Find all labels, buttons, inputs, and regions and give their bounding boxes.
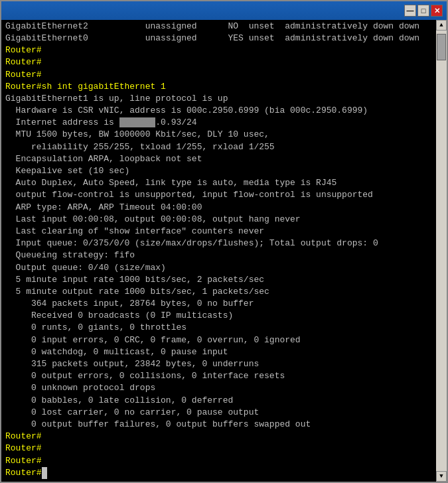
terminal-line: Queueing strategy: fifo [5,249,432,261]
scrollbar-track[interactable] [436,31,447,471]
terminal-line: 0 runts, 0 giants, 0 throttles [5,322,432,334]
terminal-line: Last clearing of "show interface" counte… [5,226,432,238]
terminal-line: ARP type: ARPA, ARP Timeout 04:00:00 [5,202,432,214]
scrollbar[interactable]: ▲ ▼ [436,20,447,482]
terminal-line: Router# [5,455,432,467]
terminal-line: 0 lost carrier, 0 no carrier, 0 pause ou… [5,407,432,419]
terminal-line: Output queue: 0/40 (size/max) [5,262,432,274]
terminal-line: output flow-control is unsupported, inpu… [5,189,432,201]
terminal-line: 0 watchdog, 0 multicast, 0 pause input [5,346,432,358]
terminal-line: Keepalive set (10 sec) [5,165,432,177]
titlebar-buttons: — □ ✕ [404,5,443,17]
terminal-line: GigabitEthernet2 unassigned NO unset adm… [5,21,432,33]
terminal-line: Internet address is 192.168.0.93/24 [5,117,432,129]
scrollbar-down-button[interactable]: ▼ [436,471,447,482]
maximize-button[interactable]: □ [417,5,429,17]
terminal-line: Router# [5,431,432,443]
terminal-line: Encapsulation ARPA, loopback not set [5,153,432,165]
terminal-line: 0 babbles, 0 late collision, 0 deferred [5,395,432,407]
terminal-line: GigabitEthernet0 unassigned YES unset ad… [5,33,432,44]
minimize-button[interactable]: — [404,5,416,17]
terminal-line: 0 output buffer failures, 0 output buffe… [5,419,432,431]
putty-window: — □ ✕ Router#sh ip int brAny interface l… [0,0,448,483]
terminal-line: Router# [5,467,432,479]
terminal-line: 315 packets output, 23842 bytes, 0 under… [5,358,432,370]
terminal-line: 0 input errors, 0 CRC, 0 frame, 0 overru… [5,334,432,346]
terminal-line: Router# [5,69,432,81]
terminal-wrapper: Router#sh ip int brAny interface listed … [1,20,447,482]
terminal-line: Router# [5,56,432,68]
terminal-line: 0 unknown protocol drops [5,382,432,394]
terminal-line: reliability 255/255, txload 1/255, rxloa… [5,141,432,153]
scrollbar-up-button[interactable]: ▲ [436,20,447,31]
terminal-line: Router# [5,443,432,454]
terminal-line: Last input 00:00:08, output 00:00:08, ou… [5,214,432,226]
titlebar: — □ ✕ [1,1,447,20]
terminal-line: Router# [5,44,432,56]
terminal-line: 364 packets input, 28764 bytes, 0 no buf… [5,298,432,310]
terminal-line: MTU 1500 bytes, BW 1000000 Kbit/sec, DLY… [5,129,432,141]
terminal-output[interactable]: Router#sh ip int brAny interface listed … [1,20,436,482]
terminal-line: Hardware is CSR vNIC, address is 000c.29… [5,105,432,117]
terminal-line: Auto Duplex, Auto Speed, link type is au… [5,177,432,189]
scrollbar-thumb[interactable] [437,34,446,60]
terminal-line: Router#sh int gigabitEthernet 1 [5,81,432,93]
terminal-line: 0 output errors, 0 collisions, 0 interfa… [5,370,432,382]
terminal-line: 5 minute input rate 1000 bits/sec, 2 pac… [5,274,432,286]
terminal-line: Received 0 broadcasts (0 IP multicasts) [5,310,432,322]
close-button[interactable]: ✕ [431,5,443,17]
terminal-line: GigabitEthernet1 is up, line protocol is… [5,93,432,105]
terminal-line: Input queue: 0/375/0/0 (size/max/drops/f… [5,238,432,249]
terminal-line: 5 minute output rate 1000 bits/sec, 1 pa… [5,286,432,298]
